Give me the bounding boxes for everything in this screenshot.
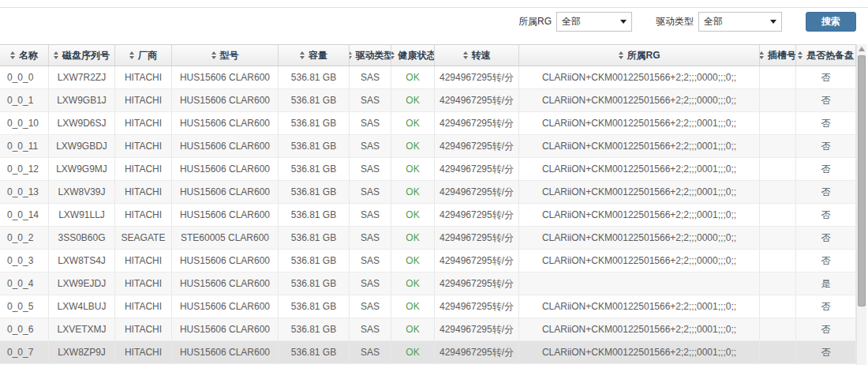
cell-hotspare: 否 xyxy=(796,341,856,363)
header-cell-capacity[interactable]: 容量 xyxy=(279,45,350,66)
cell-model: HUS15606 CLAR600 xyxy=(172,135,279,157)
header-cell-hotspare[interactable]: 是否热备盘 xyxy=(796,45,856,66)
cell-vendor: HITACHI xyxy=(115,66,172,88)
cell-rpm: 4294967295转/分 xyxy=(435,295,519,318)
cell-slot xyxy=(760,66,796,88)
cell-rg: CLARiiON+CKM00122501566+2;2;;;0000;;;0;; xyxy=(519,227,760,249)
cell-slot xyxy=(760,135,796,157)
header-cell-drive-type[interactable]: 驱动类型 xyxy=(350,45,391,66)
cell-rpm: 4294967295转/分 xyxy=(435,135,519,157)
table-row[interactable]: 0_0_6LXVETXMJHITACHIHUS15606 CLAR600536.… xyxy=(0,318,866,341)
cell-vendor: HITACHI xyxy=(115,204,172,226)
cell-capacity: 536.81 GB xyxy=(279,341,350,363)
sort-icon xyxy=(619,51,623,59)
header-cell-health[interactable]: 健康状态 xyxy=(391,45,435,66)
cell-name: 0_0_13 xyxy=(0,181,49,203)
cell-vendor: HITACHI xyxy=(115,272,172,295)
header-label: 健康状态 xyxy=(398,49,436,62)
table-row[interactable]: 0_0_4LXW9EJDJHITACHIHUS15606 CLAR600536.… xyxy=(0,272,866,295)
header-cell-rpm[interactable]: 转速 xyxy=(435,45,519,66)
cell-serial: LXW9GB1J xyxy=(49,89,115,111)
cell-rpm: 4294967295转/分 xyxy=(435,272,519,295)
cell-name: 0_0_0 xyxy=(0,66,49,88)
cell-rpm: 4294967295转/分 xyxy=(435,250,519,272)
cell-model: HUS15606 CLAR600 xyxy=(172,341,279,363)
header-cell-vendor[interactable]: 厂商 xyxy=(115,45,172,66)
cell-health: OK xyxy=(391,66,435,88)
cell-capacity: 536.81 GB xyxy=(279,318,350,340)
cell-rg: CLARiiON+CKM00122501566+2;2;;;0000;;;0;; xyxy=(519,250,760,272)
cell-hotspare: 否 xyxy=(796,227,856,249)
scrollbar-thumb[interactable] xyxy=(858,55,866,306)
table-row[interactable]: 0_0_1LXW9GB1JHITACHIHUS15606 CLAR600536.… xyxy=(0,89,866,112)
table-row[interactable]: 0_0_11LXW9GBDJHITACHIHUS15606 CLAR600536… xyxy=(0,135,866,158)
cell-name: 0_0_3 xyxy=(0,250,49,272)
cell-serial: 3SS0B60G xyxy=(49,227,115,249)
header-label: 插槽号 xyxy=(768,49,796,62)
disk-table-body: 0_0_0LXW7R2ZJHITACHIHUS15606 CLAR600536.… xyxy=(0,66,866,364)
header-label: 容量 xyxy=(309,49,327,62)
cell-rpm: 4294967295转/分 xyxy=(435,204,519,226)
header-label: 所属RG xyxy=(627,49,660,62)
cell-model: HUS15606 CLAR600 xyxy=(172,204,279,226)
drive-type-select-value: 全部 xyxy=(704,15,723,28)
cell-drive-type: SAS xyxy=(350,89,391,111)
header-cell-model[interactable]: 型号 xyxy=(172,45,279,66)
table-row[interactable]: 0_0_12LXW9G9MJHITACHIHUS15606 CLAR600536… xyxy=(0,158,866,181)
vertical-scrollbar[interactable] xyxy=(856,44,866,365)
cell-drive-type: SAS xyxy=(350,204,391,226)
table-row[interactable]: 0_0_14LXW91LLJHITACHIHUS15606 CLAR600536… xyxy=(0,204,866,227)
cell-vendor: HITACHI xyxy=(115,135,172,157)
cell-model: HUS15606 CLAR600 xyxy=(172,158,279,180)
header-cell-serial[interactable]: 磁盘序列号 xyxy=(49,45,115,66)
table-row[interactable]: 0_0_13LXW8V39JHITACHIHUS15606 CLAR600536… xyxy=(0,181,866,204)
search-button[interactable]: 搜索 xyxy=(806,12,856,32)
cell-capacity: 536.81 GB xyxy=(279,66,350,88)
table-row[interactable]: 0_0_3LXW8TS4JHITACHIHUS15606 CLAR600536.… xyxy=(0,250,866,272)
cell-serial: LXW91LLJ xyxy=(49,204,115,226)
cell-rg: CLARiiON+CKM00122501566+2;2;;;0000;;;0;; xyxy=(519,89,760,111)
cell-name: 0_0_7 xyxy=(0,341,49,363)
rg-select[interactable]: 全部 xyxy=(556,12,632,32)
chevron-down-icon xyxy=(770,20,776,24)
cell-rg: CLARiiON+CKM00122501566+2;2;;;0001;;;0;; xyxy=(519,204,760,226)
cell-name: 0_0_2 xyxy=(0,227,49,249)
table-row[interactable]: 0_0_5LXW4LBUJHITACHIHUS15606 CLAR600536.… xyxy=(0,295,866,318)
table-row[interactable]: 0_0_10LXW9D6SJHITACHIHUS15606 CLAR600536… xyxy=(0,112,866,135)
cell-capacity: 536.81 GB xyxy=(279,204,350,226)
cell-serial: LXW8ZP9J xyxy=(49,341,115,363)
cell-health: OK xyxy=(391,204,435,226)
table-row[interactable]: 0_0_7LXW8ZP9JHITACHIHUS15606 CLAR600536.… xyxy=(0,341,866,364)
drive-type-select[interactable]: 全部 xyxy=(698,12,782,32)
cell-health: OK xyxy=(391,112,435,134)
cell-rg: CLARiiON+CKM00122501566+2;2;;;0001;;;0;; xyxy=(519,158,760,180)
scroll-up-icon[interactable] xyxy=(859,47,865,51)
sort-icon xyxy=(10,51,15,59)
table-row[interactable]: 0_0_23SS0B60GSEAGATESTE60005 CLAR600536.… xyxy=(0,227,866,250)
header-cell-name[interactable]: 名称 xyxy=(0,45,49,66)
sort-icon xyxy=(350,51,352,59)
cell-rg: CLARiiON+CKM00122501566+2;2;;;0001;;;0;; xyxy=(519,135,760,157)
cell-name: 0_0_5 xyxy=(0,295,49,318)
table-row[interactable]: 0_0_0LXW7R2ZJHITACHIHUS15606 CLAR600536.… xyxy=(0,66,866,89)
disk-table: 名称磁盘序列号厂商型号容量驱动类型健康状态转速所属RG插槽号是否热备盘 0_0_… xyxy=(0,44,866,364)
cell-drive-type: SAS xyxy=(350,341,391,363)
cell-hotspare: 否 xyxy=(796,318,856,340)
cell-slot xyxy=(760,227,796,249)
cell-model: STE60005 CLAR600 xyxy=(172,227,279,249)
drive-type-filter-label: 驱动类型 xyxy=(656,15,694,28)
cell-slot xyxy=(760,204,796,226)
cell-hotspare: 否 xyxy=(796,204,856,226)
cell-serial: LXW9D6SJ xyxy=(49,112,115,134)
cell-model: HUS15606 CLAR600 xyxy=(172,250,279,272)
cell-vendor: HITACHI xyxy=(115,112,172,134)
cell-health: OK xyxy=(391,295,435,318)
header-cell-slot[interactable]: 插槽号 xyxy=(760,45,796,66)
cell-hotspare: 否 xyxy=(796,295,856,318)
filters-bar: 所属RG 全部 驱动类型 全部 搜索 xyxy=(518,11,856,32)
header-cell-rg[interactable]: 所属RG xyxy=(519,45,760,66)
cell-serial: LXW9G9MJ xyxy=(49,158,115,180)
cell-slot xyxy=(760,318,796,340)
cell-vendor: HITACHI xyxy=(115,158,172,180)
cell-model: HUS15606 CLAR600 xyxy=(172,318,279,340)
